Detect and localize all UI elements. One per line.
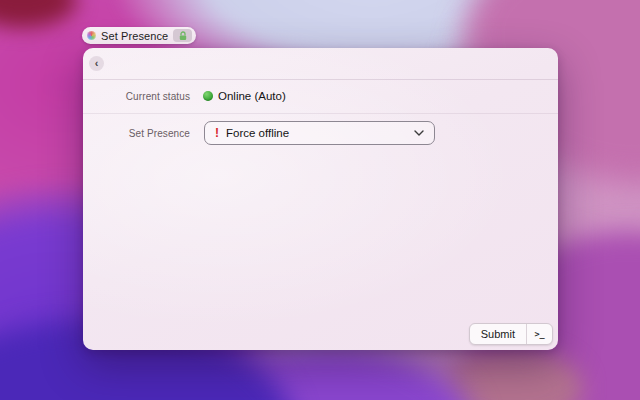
lock-badge — [173, 29, 192, 42]
window-tab-set-presence[interactable]: Set Presence — [82, 27, 196, 44]
window-titlebar: ‹ — [83, 48, 558, 80]
chevron-down-icon — [414, 130, 424, 136]
set-presence-label: Set Presence — [83, 128, 190, 139]
terminal-prompt-icon: >_ — [534, 329, 544, 339]
desktop: Set Presence ‹ Current status Online (Au… — [0, 0, 640, 400]
alert-icon: ! — [215, 127, 219, 139]
submit-button-group: Submit >_ — [469, 323, 553, 345]
current-status-row: Current status Online (Auto) — [83, 79, 558, 114]
back-button[interactable]: ‹ — [89, 56, 104, 71]
pinwheel-icon — [87, 31, 96, 40]
set-presence-window: ‹ Current status Online (Auto) Set Prese… — [83, 48, 558, 350]
presence-select[interactable]: ! Force offline — [204, 121, 435, 145]
current-status-label: Current status — [83, 91, 190, 102]
tab-title: Set Presence — [101, 30, 168, 42]
lock-icon — [178, 31, 188, 41]
current-status-value: Online (Auto) — [218, 90, 286, 102]
submit-button[interactable]: Submit — [470, 324, 527, 344]
terminal-prompt-button[interactable]: >_ — [527, 324, 552, 344]
status-dot-icon — [203, 91, 213, 101]
chevron-left-icon: ‹ — [95, 58, 99, 69]
presence-selected-option: Force offline — [226, 127, 289, 139]
set-presence-row: Set Presence ! Force offline — [83, 113, 558, 153]
